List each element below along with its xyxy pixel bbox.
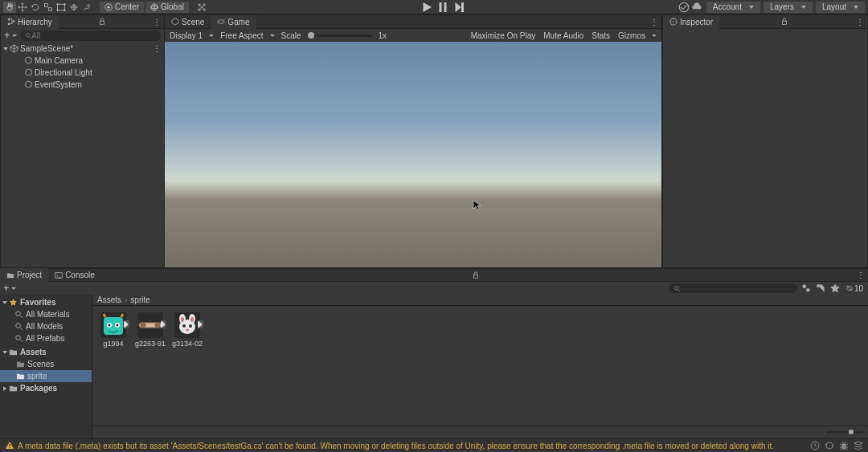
filter-by-type[interactable] [800,283,812,293]
gameobject-row[interactable]: Directional Light [1,67,164,79]
cube-icon [23,80,33,90]
favorites-header[interactable]: Favorites [0,296,92,308]
activity-icon[interactable] [810,441,820,450]
game-tab-label: Game [227,18,249,26]
scene-menu[interactable]: ⋮ [153,44,161,53]
project-search[interactable] [669,283,797,293]
gizmos-label: Gizmos [618,31,645,40]
pivot-mode-button[interactable]: Center [100,2,144,13]
thumbnail-size-slider[interactable] [826,431,863,434]
svg-rect-14 [200,6,203,8]
play-button[interactable] [420,2,434,13]
packages-label: Packages [20,384,57,393]
svg-rect-22 [8,23,10,26]
play-controls [420,2,466,13]
asset-item[interactable]: g1994 [99,312,128,348]
layers-icon[interactable] [854,441,863,450]
svg-point-28 [223,21,223,22]
mute-toggle[interactable]: Mute Audio [543,31,583,40]
asset-label: g2263-91 [135,340,166,348]
expand-toggle[interactable] [3,386,6,391]
expand-toggle[interactable] [3,47,8,51]
pause-button[interactable] [436,2,450,13]
filter-by-label[interactable] [815,283,826,293]
asset-item[interactable]: g2263-91 [136,312,165,348]
maximize-toggle[interactable]: Maximize On Play [471,31,536,40]
account-dropdown[interactable]: Account [706,2,760,13]
transform-tools [3,2,93,13]
globe-icon [150,3,158,11]
svg-rect-0 [45,3,48,6]
hierarchy-menu[interactable]: ⋮ [149,18,164,26]
expand-toggle[interactable] [2,351,7,354]
hierarchy-title: Hierarchy [18,18,52,26]
project-tab[interactable]: Project [0,268,48,282]
favorite-item[interactable]: All Prefabs [0,332,92,344]
gameobject-row[interactable]: EventSystem [1,79,164,91]
layers-dropdown[interactable]: Layers [764,2,813,13]
hierarchy-search[interactable] [20,31,161,41]
main-toolbar: Center Global Account Layers Layout [0,0,868,14]
scale-tool[interactable] [42,2,55,13]
svg-point-56 [186,329,189,332]
svg-rect-19 [461,2,464,12]
scene-row[interactable]: SampleScene* ⋮ [1,43,164,55]
save-search[interactable] [829,283,841,293]
hidden-packages[interactable]: 10 [844,283,865,293]
auto-refresh-icon[interactable] [825,441,834,450]
breadcrumb-part[interactable]: Assets [97,295,121,304]
lock-icon[interactable] [472,271,480,279]
cloud-icon[interactable] [690,2,703,13]
folder-item[interactable]: sprite [0,370,92,382]
custom-tool[interactable] [80,2,93,13]
favorite-item[interactable]: All Models [0,320,92,332]
project-menu[interactable]: ⋮ [854,271,868,279]
gameobject-row[interactable]: Main Camera [1,55,164,67]
gizmos-dropdown[interactable]: Gizmos [618,31,657,40]
game-canvas[interactable] [165,42,661,267]
rect-tool[interactable] [55,2,68,13]
hierarchy-tab[interactable]: Hierarchy [1,15,59,29]
breadcrumb-part[interactable]: sprite [130,295,149,304]
console-icon [55,271,63,279]
lock-icon[interactable] [98,18,106,26]
move-tool[interactable] [16,2,29,13]
folder-item[interactable]: Scenes [0,358,92,370]
asset-item[interactable]: g3134-02 [173,312,202,348]
favorite-label: All Models [26,322,63,331]
favorite-item[interactable]: All Materials [0,308,92,320]
game-view-menu[interactable]: ⋮ [647,18,661,26]
hierarchy-search-input[interactable] [31,31,156,40]
snap-button[interactable] [195,2,208,13]
scene-tab[interactable]: Scene [165,15,211,29]
handle-rotation-button[interactable]: Global [145,2,189,13]
inspector-menu[interactable]: ⋮ [853,18,867,26]
rotate-tool[interactable] [29,2,42,13]
step-button[interactable] [452,2,466,13]
stats-toggle[interactable]: Stats [592,31,610,40]
folder-icon [9,348,18,356]
cursor-icon [473,200,481,211]
aspect-dropdown[interactable]: Free Aspect [220,31,274,40]
display-dropdown[interactable]: Display 1 [170,31,214,40]
hand-tool[interactable] [3,2,16,13]
hierarchy-icon [7,18,15,26]
layout-dropdown[interactable]: Layout [816,2,865,13]
packages-folder[interactable]: Packages [0,382,92,394]
bug-icon[interactable] [839,441,849,450]
transform-tool[interactable] [68,2,80,13]
inspector-panel: Inspector ⋮ [662,14,868,268]
status-bar: A meta data file (.meta) exists but its … [0,438,868,452]
game-tab[interactable]: Game [211,15,256,29]
assets-folder[interactable]: Assets [0,346,92,358]
inspector-tab[interactable]: Inspector [663,15,719,29]
status-message[interactable]: A meta data file (.meta) exists but its … [18,442,774,450]
collab-icon[interactable] [678,2,690,13]
scale-slider[interactable] [308,35,372,37]
project-create-dropdown[interactable]: + [3,284,16,292]
console-tab[interactable]: Console [48,268,101,282]
expand-toggle[interactable] [2,301,7,304]
lock-icon[interactable] [780,18,788,26]
favorites-label: Favorites [20,298,55,307]
create-dropdown[interactable]: + [4,31,17,39]
